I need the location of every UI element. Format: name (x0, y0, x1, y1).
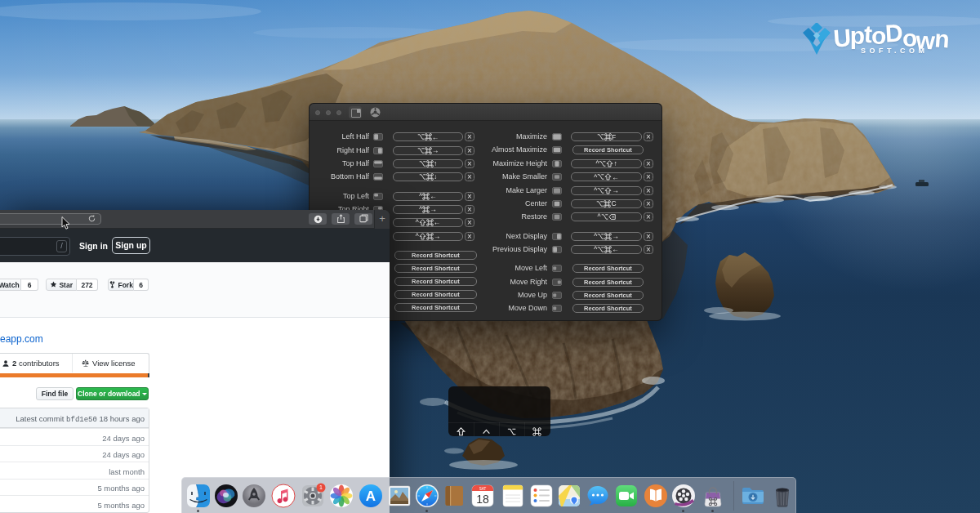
svg-text:SAT: SAT (479, 487, 487, 491)
svg-text:1: 1 (319, 484, 323, 490)
svg-text:A: A (366, 488, 376, 504)
svg-text:18: 18 (476, 493, 489, 506)
